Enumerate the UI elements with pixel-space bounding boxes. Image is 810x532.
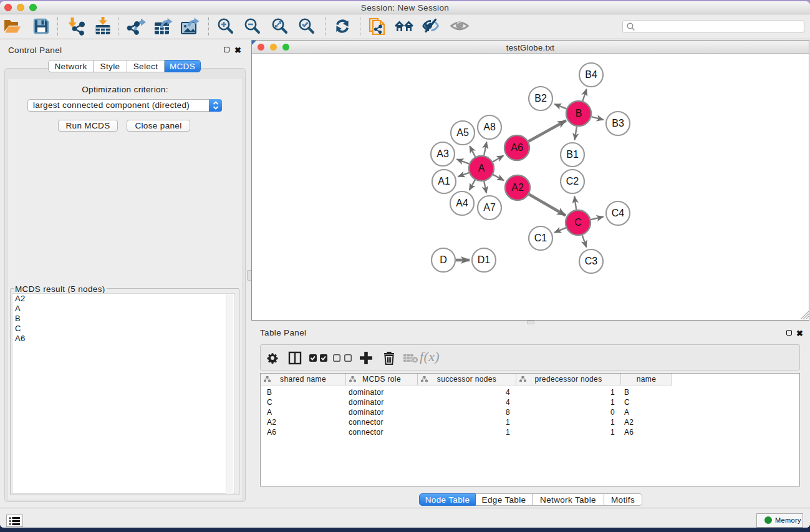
svg-text:C1: C1 [534,233,547,243]
svg-text:A1: A1 [438,176,450,186]
svg-text:A: A [478,163,485,173]
svg-text:A6: A6 [511,142,523,153]
svg-text:C: C [574,217,582,228]
svg-text:B1: B1 [566,149,579,160]
svg-text:D: D [440,254,447,265]
svg-text:A7: A7 [483,202,496,213]
svg-text:A5: A5 [456,127,469,138]
svg-text:C3: C3 [585,256,598,266]
svg-text:A8: A8 [483,122,496,132]
svg-text:A3: A3 [436,148,449,159]
svg-text:B3: B3 [612,118,624,128]
svg-text:D1: D1 [478,254,491,265]
svg-text:B: B [576,108,582,118]
svg-text:A4: A4 [456,198,468,208]
svg-text:B4: B4 [585,69,597,80]
svg-text:C2: C2 [566,176,579,186]
svg-text:A2: A2 [511,182,524,193]
svg-text:B2: B2 [534,93,547,104]
svg-text:C4: C4 [612,208,625,218]
